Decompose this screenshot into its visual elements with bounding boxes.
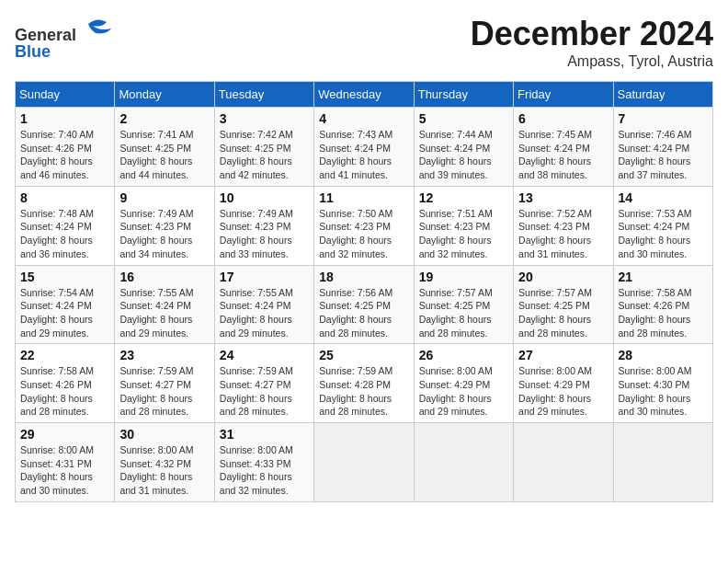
daylight-label: Daylight: 8 hours: [20, 155, 93, 167]
daylight-label: Daylight: 8 hours: [319, 235, 392, 246]
col-saturday: Saturday: [613, 82, 712, 108]
table-row: 7 Sunrise: 7:46 AM Sunset: 4:24 PM Dayli…: [613, 108, 712, 187]
sunrise-label: Sunrise: 8:00 AM: [20, 444, 94, 455]
day-info: Sunrise: 7:42 AM Sunset: 4:25 PM Dayligh…: [220, 128, 309, 182]
sunset-label: Sunset: 4:24 PM: [20, 300, 92, 311]
sunset-label: Sunset: 4:25 PM: [119, 143, 191, 154]
daylight-minutes: and 28 minutes.: [319, 327, 388, 339]
day-number: 9: [119, 190, 209, 205]
sunset-label: Sunset: 4:23 PM: [319, 221, 391, 232]
daylight-minutes: and 28 minutes.: [220, 406, 289, 417]
sunset-label: Sunset: 4:24 PM: [20, 221, 92, 232]
sunset-label: Sunset: 4:24 PM: [619, 221, 690, 232]
day-number: 28: [619, 348, 708, 362]
col-wednesday: Wednesday: [314, 82, 414, 108]
sunset-label: Sunset: 4:26 PM: [20, 379, 92, 390]
table-row: 18 Sunrise: 7:56 AM Sunset: 4:25 PM Dayl…: [314, 265, 414, 344]
table-row: 28 Sunrise: 8:00 AM Sunset: 4:30 PM Dayl…: [613, 344, 712, 423]
day-info: Sunrise: 7:58 AM Sunset: 4:26 PM Dayligh…: [619, 286, 708, 340]
daylight-label: Daylight: 8 hours: [20, 393, 93, 404]
table-row: 24 Sunrise: 7:59 AM Sunset: 4:27 PM Dayl…: [214, 344, 313, 423]
daylight-minutes: and 46 minutes.: [20, 169, 89, 180]
day-info: Sunrise: 7:44 AM Sunset: 4:24 PM Dayligh…: [419, 128, 508, 182]
sunrise-label: Sunrise: 7:45 AM: [518, 129, 592, 140]
daylight-minutes: and 29 minutes.: [220, 327, 289, 339]
table-row: 14 Sunrise: 7:53 AM Sunset: 4:24 PM Dayl…: [613, 186, 712, 265]
daylight-label: Daylight: 8 hours: [220, 471, 292, 482]
col-friday: Friday: [514, 82, 613, 108]
table-row: 31 Sunrise: 8:00 AM Sunset: 4:33 PM Dayl…: [214, 423, 313, 502]
day-number: 1: [20, 111, 109, 126]
day-info: Sunrise: 7:59 AM Sunset: 4:27 PM Dayligh…: [220, 364, 309, 419]
day-number: 27: [518, 348, 608, 362]
sunset-label: Sunset: 4:29 PM: [518, 379, 590, 390]
sunset-label: Sunset: 4:24 PM: [419, 143, 491, 154]
sunrise-label: Sunrise: 7:56 AM: [319, 287, 392, 298]
daylight-label: Daylight: 8 hours: [20, 314, 93, 325]
table-row: 17 Sunrise: 7:55 AM Sunset: 4:24 PM Dayl…: [214, 265, 313, 344]
sunset-label: Sunset: 4:32 PM: [119, 458, 191, 469]
daylight-label: Daylight: 8 hours: [20, 235, 93, 246]
col-tuesday: Tuesday: [214, 82, 313, 108]
sunrise-label: Sunrise: 8:00 AM: [518, 365, 592, 376]
table-row: 30 Sunrise: 8:00 AM Sunset: 4:32 PM Dayl…: [115, 423, 214, 502]
day-info: Sunrise: 8:00 AM Sunset: 4:32 PM Dayligh…: [119, 443, 209, 498]
logo: General Blue: [15, 15, 134, 61]
sunrise-label: Sunrise: 7:50 AM: [319, 208, 392, 219]
table-row: 1 Sunrise: 7:40 AM Sunset: 4:26 PM Dayli…: [16, 108, 115, 187]
day-number: 7: [619, 111, 708, 126]
daylight-label: Daylight: 8 hours: [518, 393, 591, 404]
daylight-label: Daylight: 8 hours: [319, 393, 392, 404]
daylight-label: Daylight: 8 hours: [220, 155, 292, 167]
daylight-minutes: and 39 minutes.: [419, 169, 488, 180]
day-number: 10: [220, 190, 309, 205]
daylight-minutes: and 28 minutes.: [119, 406, 188, 417]
daylight-minutes: and 32 minutes.: [319, 248, 388, 259]
daylight-label: Daylight: 8 hours: [119, 155, 192, 167]
day-number: 8: [20, 190, 109, 205]
calendar-week-row: 1 Sunrise: 7:40 AM Sunset: 4:26 PM Dayli…: [16, 108, 713, 187]
daylight-label: Daylight: 8 hours: [419, 314, 492, 325]
day-info: Sunrise: 7:41 AM Sunset: 4:25 PM Dayligh…: [119, 128, 209, 182]
daylight-minutes: and 30 minutes.: [619, 406, 688, 417]
sunrise-label: Sunrise: 7:42 AM: [220, 129, 293, 140]
day-number: 21: [619, 270, 708, 284]
table-row: 20 Sunrise: 7:57 AM Sunset: 4:25 PM Dayl…: [514, 265, 613, 344]
sunrise-label: Sunrise: 7:51 AM: [419, 208, 493, 219]
day-number: 3: [220, 111, 309, 126]
day-number: 4: [319, 111, 408, 126]
table-row: 4 Sunrise: 7:43 AM Sunset: 4:24 PM Dayli…: [314, 108, 414, 187]
daylight-minutes: and 31 minutes.: [119, 485, 188, 496]
table-row: 2 Sunrise: 7:41 AM Sunset: 4:25 PM Dayli…: [115, 108, 214, 187]
day-info: Sunrise: 8:00 AM Sunset: 4:33 PM Dayligh…: [220, 443, 309, 498]
sunrise-label: Sunrise: 7:57 AM: [419, 287, 493, 298]
sunrise-label: Sunrise: 7:59 AM: [319, 365, 392, 376]
table-row: 3 Sunrise: 7:42 AM Sunset: 4:25 PM Dayli…: [214, 108, 313, 187]
daylight-minutes: and 44 minutes.: [119, 169, 188, 180]
day-info: Sunrise: 7:53 AM Sunset: 4:24 PM Dayligh…: [619, 207, 708, 261]
sunset-label: Sunset: 4:24 PM: [119, 300, 191, 311]
day-number: 13: [518, 190, 608, 205]
day-number: 20: [518, 270, 608, 284]
calendar-header-row: Sunday Monday Tuesday Wednesday Thursday…: [16, 82, 713, 108]
day-info: Sunrise: 7:52 AM Sunset: 4:23 PM Dayligh…: [518, 207, 608, 261]
day-info: Sunrise: 7:55 AM Sunset: 4:24 PM Dayligh…: [220, 286, 309, 340]
table-row: [514, 423, 613, 502]
sunset-label: Sunset: 4:33 PM: [220, 458, 291, 469]
day-number: 29: [20, 427, 109, 442]
day-number: 14: [619, 190, 708, 205]
daylight-label: Daylight: 8 hours: [20, 471, 93, 482]
daylight-label: Daylight: 8 hours: [619, 155, 691, 167]
table-row: 16 Sunrise: 7:55 AM Sunset: 4:24 PM Dayl…: [115, 265, 214, 344]
daylight-label: Daylight: 8 hours: [220, 314, 292, 325]
day-info: Sunrise: 7:51 AM Sunset: 4:23 PM Dayligh…: [419, 207, 508, 261]
day-number: 2: [119, 111, 209, 126]
day-info: Sunrise: 7:43 AM Sunset: 4:24 PM Dayligh…: [319, 128, 408, 182]
table-row: 21 Sunrise: 7:58 AM Sunset: 4:26 PM Dayl…: [613, 265, 712, 344]
daylight-minutes: and 36 minutes.: [20, 248, 89, 259]
sunrise-label: Sunrise: 7:59 AM: [220, 365, 293, 376]
sunrise-label: Sunrise: 7:55 AM: [119, 287, 193, 298]
day-number: 24: [220, 348, 309, 362]
table-row: 10 Sunrise: 7:49 AM Sunset: 4:23 PM Dayl…: [214, 186, 313, 265]
sunrise-label: Sunrise: 7:53 AM: [619, 208, 692, 219]
